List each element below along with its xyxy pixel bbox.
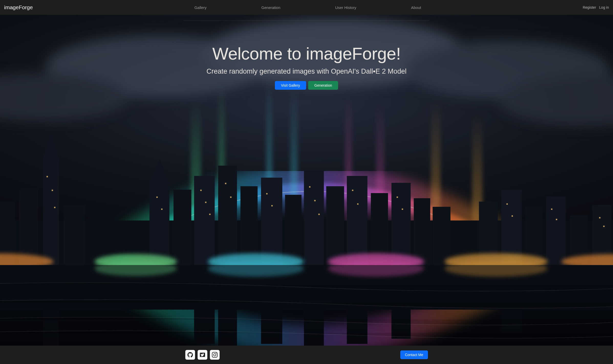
hero-section: Welcome to imageForge! Create randomly g… [0, 15, 613, 346]
hero-buttons: Visit Gallery Generation [207, 81, 407, 90]
hero-title: Welcome to imageForge! [207, 44, 407, 63]
github-icon[interactable] [185, 350, 195, 360]
twitter-icon[interactable] [198, 350, 207, 360]
instagram-icon[interactable] [210, 350, 220, 360]
footer: Contact Me [0, 346, 613, 364]
generation-button[interactable]: Generation [308, 81, 338, 90]
nav-gallery[interactable]: Gallery [190, 3, 211, 12]
brand-logo[interactable]: imageForge [4, 4, 33, 10]
nav-user-history[interactable]: User History [331, 3, 360, 12]
nav-generation[interactable]: Generation [257, 3, 284, 12]
nav-about[interactable]: About [407, 3, 425, 12]
hero-content: Welcome to imageForge! Create randomly g… [207, 21, 407, 90]
contact-button[interactable]: Contact Me [400, 350, 428, 359]
nav-links: Gallery Generation User History About [167, 3, 448, 12]
navbar: imageForge Gallery Generation User Histo… [0, 0, 613, 15]
login-link[interactable]: Log in [599, 5, 609, 10]
auth-links: Register Log in [583, 5, 609, 10]
visit-gallery-button[interactable]: Visit Gallery [275, 81, 306, 90]
hero-subtitle: Create randomly generated images with Op… [207, 67, 407, 75]
social-icons [185, 350, 220, 360]
register-link[interactable]: Register [583, 5, 596, 10]
